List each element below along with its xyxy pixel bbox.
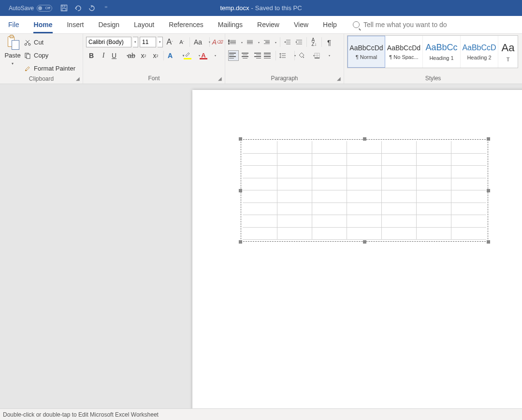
italic-button[interactable]: I — [98, 50, 109, 61]
align-center-button[interactable] — [240, 50, 250, 61]
style-title[interactable]: Aa T — [498, 36, 518, 68]
text-effects-button[interactable]: A — [166, 50, 181, 61]
group-paragraph: ▾ ▾ ▾ AZ↓ ¶ — [225, 34, 344, 84]
justify-button[interactable] — [263, 50, 274, 61]
superscript-button[interactable]: x2 — [150, 50, 161, 61]
align-right-button[interactable] — [251, 50, 262, 61]
svg-rect-0 — [61, 5, 67, 11]
align-left-button[interactable] — [228, 50, 239, 61]
tab-design[interactable]: Design — [91, 16, 127, 33]
subscript-button[interactable]: x2 — [138, 50, 149, 61]
decrease-indent-button[interactable] — [282, 37, 293, 47]
multilevel-button[interactable] — [262, 37, 273, 47]
shading-button[interactable] — [297, 50, 311, 61]
sort-button[interactable]: AZ↓ — [309, 37, 319, 47]
svg-line-6 — [26, 40, 29, 43]
separator — [276, 51, 276, 60]
font-launcher-icon[interactable]: ◢ — [217, 75, 223, 82]
numbering-button[interactable] — [245, 37, 256, 47]
tab-file[interactable]: File — [1, 16, 27, 33]
font-color-button[interactable]: A — [198, 50, 213, 61]
chevron-down-icon[interactable]: ▾ — [240, 41, 244, 44]
strikethrough-button[interactable]: ab — [126, 50, 137, 61]
copy-icon — [24, 52, 31, 59]
svg-rect-2 — [62, 8, 66, 11]
format-painter-button[interactable]: Format Painter — [24, 62, 80, 74]
underline-button[interactable]: U — [110, 50, 125, 61]
font-size-dropdown[interactable]: ▾ — [158, 37, 163, 47]
save-icon[interactable] — [60, 4, 68, 12]
increase-indent-button[interactable] — [294, 37, 304, 47]
line-spacing-button[interactable] — [278, 50, 292, 61]
tab-view[interactable]: View — [287, 16, 316, 33]
font-size-combo[interactable]: 11 — [140, 37, 156, 47]
resize-handle-tl[interactable] — [239, 137, 242, 141]
style-heading2[interactable]: AaBbCcD Heading 2 — [461, 36, 498, 68]
bullets-icon — [229, 38, 238, 46]
separator — [280, 37, 280, 47]
tab-home[interactable]: Home — [27, 16, 60, 33]
chevron-down-icon[interactable]: ▾ — [274, 41, 278, 44]
change-case-button[interactable]: Aa — [192, 37, 207, 47]
paste-button[interactable]: Paste ▾ — [3, 35, 22, 74]
numbering-icon — [246, 38, 255, 46]
quick-access-toolbar: ⁼ — [60, 4, 110, 12]
resize-handle-tm[interactable] — [363, 137, 366, 141]
font-name-combo[interactable]: Calibri (Body) — [86, 37, 131, 47]
copy-label: Copy — [34, 52, 48, 59]
style-preview: Aa — [502, 42, 515, 54]
tell-me-placeholder: Tell me what you want to do — [363, 21, 447, 29]
brush-icon — [24, 65, 31, 72]
ribbon-tabs: File Home Insert Design Layout Reference… — [0, 16, 522, 34]
bullets-button[interactable] — [228, 37, 239, 47]
shrink-font-button[interactable]: Aˇ — [176, 37, 187, 47]
paragraph-launcher-icon[interactable]: ◢ — [335, 75, 342, 82]
redo-icon[interactable] — [88, 4, 96, 12]
highlight-button[interactable] — [182, 50, 197, 61]
autosave-control[interactable]: AutoSave Off — [9, 5, 52, 12]
tab-help[interactable]: Help — [316, 16, 344, 33]
styles-group-label: Styles — [347, 74, 519, 84]
styles-gallery[interactable]: AaBbCcDd ¶ Normal AaBbCcDd ¶ No Spac... … — [347, 35, 518, 68]
embedded-excel-object[interactable] — [241, 139, 488, 242]
resize-handle-bl[interactable] — [239, 240, 242, 244]
style-no-spacing[interactable]: AaBbCcDd ¶ No Spac... — [385, 36, 423, 68]
clipboard-launcher-icon[interactable]: ◢ — [74, 75, 81, 82]
autosave-label: AutoSave — [9, 5, 34, 12]
document-area[interactable] — [0, 84, 522, 408]
tab-references[interactable]: References — [161, 16, 211, 33]
ribbon: Paste ▾ Cut Copy Format Painter Clipboar… — [0, 34, 522, 84]
style-name: T — [507, 57, 510, 62]
cut-button[interactable]: Cut — [24, 36, 80, 48]
grow-font-button[interactable]: Aˆ — [164, 37, 175, 47]
tab-review[interactable]: Review — [250, 16, 287, 33]
justify-icon — [264, 51, 273, 60]
paste-label: Paste — [4, 52, 20, 59]
copy-button[interactable]: Copy — [24, 49, 80, 61]
cut-label: Cut — [34, 39, 44, 46]
undo-icon[interactable] — [74, 4, 82, 12]
borders-button[interactable] — [312, 50, 327, 61]
style-normal[interactable]: AaBbCcDd ¶ Normal — [348, 36, 385, 68]
font-name-dropdown[interactable]: ▾ — [133, 37, 138, 47]
qat-customize-icon[interactable]: ⁼ — [102, 4, 110, 12]
autosave-toggle[interactable]: Off — [37, 5, 52, 12]
title-bar: AutoSave Off ⁼ temp.docx - Saved to this… — [0, 0, 522, 16]
bold-button[interactable]: B — [86, 50, 97, 61]
resize-handle-bm[interactable] — [363, 240, 366, 244]
tab-mailings[interactable]: Mailings — [211, 16, 250, 33]
show-marks-button[interactable]: ¶ — [324, 37, 334, 47]
style-name: Heading 1 — [429, 55, 453, 61]
tab-insert[interactable]: Insert — [59, 16, 91, 33]
tab-layout[interactable]: Layout — [127, 16, 161, 33]
resize-handle-ml[interactable] — [239, 189, 242, 192]
chevron-down-icon[interactable]: ▾ — [12, 61, 14, 66]
resize-handle-br[interactable] — [487, 240, 490, 244]
resize-handle-tr[interactable] — [487, 137, 490, 141]
tell-me-search[interactable]: Tell me what you want to do — [353, 21, 447, 29]
clear-formatting-button[interactable]: A⌫ — [212, 37, 223, 47]
chevron-down-icon[interactable]: ▾ — [257, 41, 261, 44]
page[interactable] — [192, 90, 522, 408]
style-heading1[interactable]: AaBbCc Heading 1 — [423, 36, 461, 68]
resize-handle-mr[interactable] — [487, 189, 490, 192]
